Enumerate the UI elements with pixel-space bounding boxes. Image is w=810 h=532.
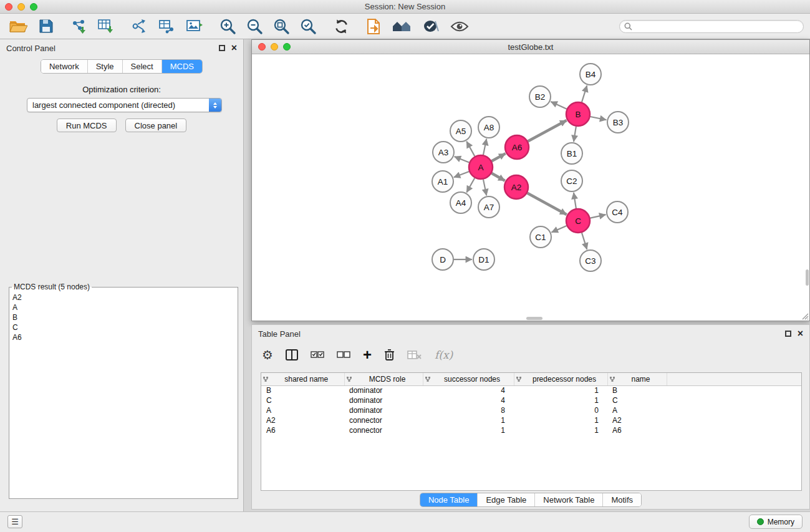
edge-A-A4[interactable] — [466, 178, 475, 192]
edge-B-B2[interactable] — [551, 102, 567, 109]
node-A7[interactable]: A7 — [478, 196, 499, 218]
node-B4[interactable]: B4 — [580, 64, 601, 85]
import-network-button[interactable] — [69, 17, 89, 36]
node-B3[interactable]: B3 — [607, 112, 629, 133]
node-C3[interactable]: C3 — [580, 250, 601, 271]
edge-C-C3[interactable] — [582, 233, 587, 249]
column-header-shared-name[interactable]: shared name — [261, 373, 344, 385]
mcds-result-item[interactable]: A — [9, 302, 238, 312]
tab-motifs[interactable]: Motifs — [603, 493, 641, 506]
node-A8[interactable]: A8 — [478, 117, 499, 138]
node-C4[interactable]: C4 — [607, 201, 628, 223]
run-mcds-button[interactable]: Run MCDS — [57, 118, 117, 132]
mcds-result-item[interactable]: A2 — [9, 293, 238, 302]
table-row[interactable]: Adominator80A — [261, 405, 801, 415]
node-A5[interactable]: A5 — [450, 120, 471, 142]
column-header-predecessor-nodes[interactable]: predecessor nodes — [514, 373, 607, 385]
search-field[interactable] — [619, 20, 804, 33]
edge-A-A2[interactable] — [491, 173, 504, 181]
tab-network[interactable]: Network — [41, 60, 88, 73]
column-header-name[interactable]: name — [607, 373, 667, 385]
tab-select[interactable]: Select — [123, 60, 162, 73]
horizontal-scrollbar-thumb[interactable] — [526, 317, 542, 320]
zoom-in-button[interactable] — [218, 17, 238, 36]
edge-B-B3[interactable] — [591, 117, 607, 120]
mcds-result-item[interactable]: B — [9, 312, 238, 322]
function-builder-button[interactable]: f(x) — [435, 349, 453, 361]
edge-A-A6[interactable] — [492, 153, 506, 161]
tab-style[interactable]: Style — [88, 60, 123, 73]
node-A6[interactable]: A6 — [505, 135, 529, 159]
table-close-panel-icon[interactable]: × — [798, 331, 803, 337]
zoom-selected-button[interactable] — [299, 17, 318, 36]
node-C2[interactable]: C2 — [561, 170, 582, 191]
edge-C-C2[interactable] — [574, 193, 576, 208]
edge-A6-B[interactable] — [528, 120, 567, 141]
delete-table-button[interactable] — [407, 350, 422, 360]
open-session-button[interactable] — [7, 17, 29, 35]
float-panel-icon[interactable] — [219, 45, 225, 51]
zoom-fit-button[interactable] — [272, 17, 291, 36]
node-B2[interactable]: B2 — [529, 86, 551, 107]
node-B[interactable]: B — [566, 102, 590, 126]
import-table-button[interactable] — [96, 17, 116, 36]
show-columns-button[interactable] — [286, 349, 298, 360]
export-image-button[interactable] — [185, 17, 205, 36]
neighbors-doc-button[interactable] — [365, 17, 383, 36]
save-session-button[interactable] — [37, 17, 55, 35]
tab-network-table[interactable]: Network Table — [535, 493, 603, 506]
network-canvas[interactable]: B4B2BB3A5A8A6B1A3AC2A1A2A4A7C1CC4C3DD1 — [252, 54, 809, 321]
tab-mcds[interactable]: MCDS — [162, 60, 202, 73]
node-C[interactable]: C — [566, 209, 590, 233]
create-column-button[interactable]: + — [363, 349, 372, 361]
node-A1[interactable]: A1 — [432, 171, 453, 192]
clone-network-button[interactable] — [157, 17, 177, 36]
close-panel-button[interactable]: Close panel — [125, 118, 187, 132]
table-row[interactable]: Cdominator41C — [261, 395, 801, 405]
node-A[interactable]: A — [469, 155, 493, 179]
edge-A-A1[interactable] — [454, 172, 470, 177]
search-input[interactable] — [632, 22, 803, 31]
tab-edge-table[interactable]: Edge Table — [478, 493, 535, 506]
show-graphics-button[interactable] — [449, 19, 470, 34]
tab-node-table[interactable]: Node Table — [420, 493, 478, 506]
task-history-button[interactable]: ☰ — [7, 515, 22, 528]
apply-style-button[interactable] — [422, 17, 440, 35]
select-all-columns-button[interactable] — [311, 351, 324, 359]
column-header-successor-nodes[interactable]: successor nodes — [423, 373, 514, 385]
edge-B-B4[interactable] — [582, 85, 587, 102]
edge-A-A7[interactable] — [483, 180, 486, 196]
edge-A2-C[interactable] — [528, 193, 567, 215]
table-row[interactable]: A2connector11A2 — [261, 415, 801, 425]
network-window-titlebar[interactable]: testGlobe.txt — [252, 40, 809, 54]
criterion-select[interactable]: largest connected component (directed) — [27, 98, 222, 112]
node-D1[interactable]: D1 — [473, 249, 494, 270]
edge-C-C4[interactable] — [591, 215, 606, 218]
table-settings-button[interactable]: ⚙ — [262, 349, 273, 361]
node-D[interactable]: D — [432, 249, 453, 270]
deselect-all-columns-button[interactable] — [337, 351, 350, 359]
mcds-result-item[interactable]: C — [9, 322, 238, 332]
node-A2[interactable]: A2 — [504, 175, 528, 199]
node-B1[interactable]: B1 — [561, 143, 582, 164]
delete-column-button[interactable] — [384, 349, 395, 361]
share-network-button[interactable] — [130, 17, 150, 36]
edge-C-C1[interactable] — [551, 226, 566, 232]
edge-A-A8[interactable] — [483, 139, 486, 155]
node-C1[interactable]: C1 — [530, 226, 551, 248]
memory-button[interactable]: Memory — [749, 515, 803, 529]
close-panel-icon[interactable]: × — [231, 45, 237, 51]
edge-A-A5[interactable] — [466, 142, 475, 157]
resize-grip[interactable] — [801, 312, 809, 320]
apply-layout-button[interactable] — [332, 17, 351, 36]
node-A4[interactable]: A4 — [450, 192, 471, 213]
edge-A-A3[interactable] — [455, 157, 470, 163]
table-row[interactable]: Bdominator41B — [261, 385, 801, 395]
mcds-result-item[interactable]: A6 — [9, 332, 238, 342]
home-button[interactable] — [390, 18, 413, 34]
edge-B-B1[interactable] — [574, 127, 576, 142]
vertical-scrollbar-thumb[interactable] — [806, 269, 809, 286]
column-header-mcds-role[interactable]: MCDS role — [344, 373, 423, 385]
table-row[interactable]: A6connector11A6 — [261, 425, 801, 435]
table-float-panel-icon[interactable] — [785, 331, 791, 337]
